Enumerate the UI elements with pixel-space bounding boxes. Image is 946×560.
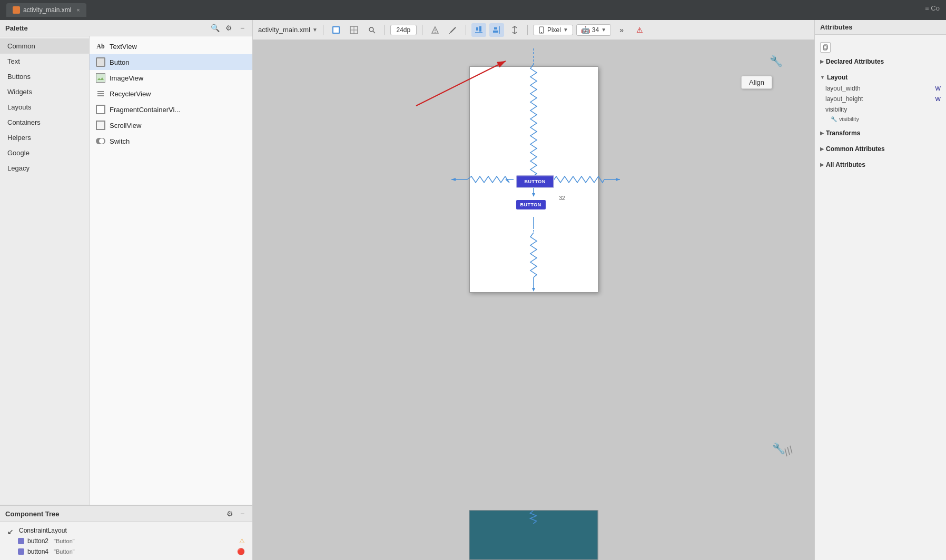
transforms-section-header[interactable]: ▶ Transforms bbox=[820, 127, 941, 139]
category-list: Common Text Buttons Widgets Layouts Cont… bbox=[0, 36, 90, 505]
align-tooltip-label: Align bbox=[749, 78, 764, 86]
palette-title: Palette bbox=[5, 24, 28, 32]
declared-collapse-icon: ▶ bbox=[820, 59, 824, 64]
tree-item-button2[interactable]: button2 "Button" ⚠ bbox=[15, 536, 248, 546]
tree-children: button2 "Button" ⚠ button4 "Button" 🔴 bbox=[15, 536, 248, 557]
canvas-scroll[interactable]: 🔧 bbox=[253, 40, 814, 560]
common-attrib-collapse-icon: ▶ bbox=[820, 146, 824, 152]
switch-label: Switch bbox=[110, 137, 130, 145]
imageview-label: ImageView bbox=[110, 74, 143, 82]
svg-point-12 bbox=[435, 32, 436, 33]
tree-item-button4[interactable]: button4 "Button" 🔴 bbox=[15, 546, 248, 557]
file-name-label: activity_main.xml bbox=[258, 26, 310, 34]
button2-label: "Button" bbox=[54, 538, 75, 544]
design-view-btn[interactable] bbox=[329, 23, 343, 37]
spacing-input[interactable]: 24dp bbox=[390, 25, 417, 35]
align-horizontal-btn[interactable] bbox=[489, 23, 504, 37]
sidebar-item-helpers[interactable]: Helpers bbox=[0, 130, 89, 145]
attributes-panel: Attributes ▶ Declared Attributes ▼ Layou… bbox=[814, 20, 946, 560]
transforms-section: ▶ Transforms bbox=[820, 127, 941, 139]
api-label: 34 bbox=[592, 26, 599, 34]
list-item-textview[interactable]: Ab TextView bbox=[90, 38, 252, 54]
list-item-fragment[interactable]: FragmentContainerVi... bbox=[90, 102, 252, 117]
error-btn[interactable] bbox=[428, 23, 442, 37]
layout-section-header[interactable]: ▼ Layout bbox=[820, 72, 941, 83]
tree-minimize-icon[interactable]: − bbox=[238, 509, 247, 518]
layout-width-value[interactable]: W bbox=[935, 85, 941, 92]
button4-name: button4 bbox=[27, 548, 48, 555]
align-vertical-btn[interactable] bbox=[471, 23, 486, 37]
list-item-scrollview[interactable]: ScrollView bbox=[90, 117, 252, 133]
pack-btn[interactable] bbox=[507, 23, 522, 37]
gear-icon[interactable]: ⚙ bbox=[224, 23, 233, 33]
blueprint-view-btn[interactable] bbox=[347, 23, 361, 37]
visibility-row: visibility bbox=[820, 104, 941, 115]
button2-name: button2 bbox=[27, 537, 48, 545]
layout-width-name: layout_width bbox=[825, 85, 935, 92]
xml-file-icon bbox=[13, 6, 20, 14]
device-dropdown-arrow: ▼ bbox=[563, 27, 568, 33]
svg-rect-5 bbox=[333, 27, 339, 33]
sidebar-item-widgets[interactable]: Widgets bbox=[0, 84, 89, 99]
sidebar-item-text[interactable]: Text bbox=[0, 54, 89, 69]
sidebar-item-common[interactable]: Common bbox=[0, 38, 89, 54]
fragment-icon bbox=[96, 105, 105, 114]
sidebar-item-google[interactable]: Google bbox=[0, 145, 89, 161]
svg-rect-18 bbox=[493, 31, 498, 33]
tree-item-constraintlayout[interactable]: ↙ ConstraintLayout bbox=[4, 525, 248, 536]
layout-height-value[interactable]: W bbox=[935, 96, 941, 102]
more-options-btn[interactable]: » bbox=[614, 23, 629, 37]
list-item-button[interactable]: Button bbox=[90, 54, 252, 70]
list-item-imageview[interactable]: ImageView bbox=[90, 70, 252, 86]
file-dropdown-arrow: ▼ bbox=[312, 27, 318, 33]
sidebar-item-containers[interactable]: Containers bbox=[0, 115, 89, 130]
minimize-icon[interactable]: − bbox=[238, 23, 247, 33]
copy-layers-btn[interactable] bbox=[820, 42, 831, 53]
api-dropdown-arrow: ▼ bbox=[601, 27, 606, 33]
button-icon bbox=[96, 57, 105, 67]
imageview-icon bbox=[96, 73, 105, 83]
button4-label: "Button" bbox=[54, 548, 75, 555]
phone-mockup: BUTTON 32 BUTTON bbox=[469, 66, 598, 293]
all-attributes-section-header[interactable]: ▶ All Attributes bbox=[820, 159, 941, 171]
canvas-button-bottom[interactable]: BUTTON bbox=[516, 200, 546, 209]
svg-marker-33 bbox=[532, 288, 535, 292]
palette-header: Palette 🔍 ⚙ − bbox=[0, 20, 252, 36]
textview-icon: Ab bbox=[96, 42, 105, 51]
layout-height-name: layout_height bbox=[825, 95, 935, 103]
canvas-area: activity_main.xml ▼ 24dp bbox=[253, 20, 814, 560]
sidebar-item-legacy[interactable]: Legacy bbox=[0, 161, 89, 176]
tab-close-icon[interactable]: × bbox=[76, 7, 80, 13]
error-indicator-btn[interactable]: ⚠ bbox=[632, 23, 647, 37]
component-tree-header: Component Tree ⚙ − bbox=[0, 505, 252, 522]
search-btn[interactable] bbox=[364, 23, 379, 37]
tree-gear-icon[interactable]: ⚙ bbox=[225, 509, 234, 518]
declared-attributes-header[interactable]: ▶ Declared Attributes bbox=[820, 56, 941, 67]
toolbar-sep1 bbox=[323, 25, 323, 35]
list-item-switch[interactable]: Switch bbox=[90, 133, 252, 149]
device-selector[interactable]: Pixel ▼ bbox=[533, 25, 573, 35]
svg-marker-29 bbox=[532, 193, 535, 197]
list-item-recyclerview[interactable]: RecyclerView bbox=[90, 86, 252, 102]
toolbar-sep4 bbox=[466, 25, 466, 35]
title-bar: activity_main.xml × ≡ Co bbox=[0, 0, 946, 20]
file-selector[interactable]: activity_main.xml ▼ bbox=[258, 26, 318, 34]
warning-icon: ⚠ bbox=[239, 537, 245, 545]
canvas-button-top[interactable]: BUTTON bbox=[516, 175, 554, 188]
sidebar-item-buttons[interactable]: Buttons bbox=[0, 69, 89, 84]
common-attributes-section-header[interactable]: ▶ Common Attributes bbox=[820, 143, 941, 155]
layout-width-row: layout_width W bbox=[820, 83, 941, 94]
magic-btn[interactable] bbox=[446, 23, 460, 37]
transforms-collapse-icon: ▶ bbox=[820, 131, 824, 136]
search-icon[interactable]: 🔍 bbox=[210, 23, 220, 33]
sidebar-item-layouts[interactable]: Layouts bbox=[0, 99, 89, 115]
fragment-label: FragmentContainerVi... bbox=[110, 106, 180, 114]
switch-icon bbox=[96, 136, 105, 146]
wrench-small-icon: 🔧 bbox=[831, 116, 837, 122]
file-tab[interactable]: activity_main.xml × bbox=[6, 3, 86, 17]
api-selector[interactable]: 🤖 34 ▼ bbox=[576, 24, 611, 36]
button4-icon bbox=[18, 548, 24, 555]
all-attrib-label: All Attributes bbox=[826, 161, 865, 168]
hamburger-menu[interactable]: ≡ Co bbox=[925, 4, 940, 12]
layout-collapse-icon: ▼ bbox=[820, 75, 825, 80]
